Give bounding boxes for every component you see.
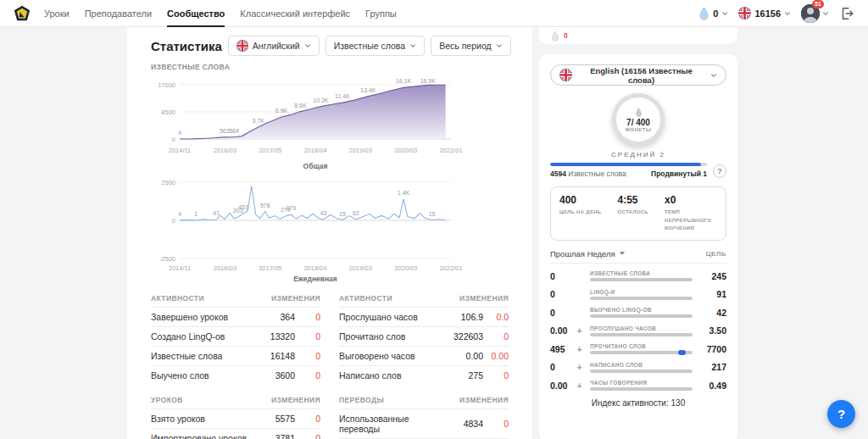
period-select-label: Прошлая Неделя	[550, 249, 615, 258]
nav-groups[interactable]: Группы	[365, 0, 397, 27]
svg-text:2022/01: 2022/01	[439, 264, 462, 272]
svg-text:1: 1	[194, 211, 198, 217]
table-head: АКТИВНОСТИИЗМЕНЕНИЯ	[151, 292, 320, 307]
language-filter-label: Английский	[253, 41, 300, 51]
level-progress-bar	[550, 163, 707, 166]
goal-row: 495+ПРОЧИТАНО СЛОВ7700	[550, 343, 726, 354]
svg-text:2017/05: 2017/05	[259, 147, 281, 154]
app-logo-icon[interactable]	[14, 5, 31, 22]
chart-total-caption: Общая	[151, 162, 480, 170]
table-row: Взято уроков55750	[151, 408, 320, 428]
stats-tables-bottom: УРОКОВИЗМЕНЕНИЯВзято уроков55750Импортир…	[151, 393, 509, 439]
svg-text:16.1K: 16.1K	[396, 78, 412, 84]
svg-text:11.4K: 11.4K	[335, 93, 350, 99]
goal-progress-bar	[590, 314, 693, 318]
row-value: 322603	[444, 331, 483, 342]
row-change: 0	[295, 351, 320, 361]
goal-target-value: 245	[699, 271, 726, 281]
svg-text:17000: 17000	[158, 81, 175, 89]
goal-label: ИЗВЕСТНЫЕ СЛОВА	[590, 270, 693, 276]
goal-label: LINGQ-И	[590, 289, 693, 295]
coins-progress-value: 7/ 400	[626, 118, 650, 127]
logout-button[interactable]	[839, 6, 854, 21]
goal-row: 0.00+ЧАСЫ ГОВОРЕНИЯ0.49	[550, 380, 726, 391]
level-help-button[interactable]: ?	[713, 164, 726, 178]
caret-down-icon	[620, 252, 625, 255]
svg-text:6.9K: 6.9K	[275, 108, 288, 114]
row-change: 0	[483, 419, 509, 429]
help-fab[interactable]: ?	[827, 400, 855, 428]
goals-header-row: Прошлая Неделя ЦЕЛЬ	[550, 249, 726, 264]
language-select[interactable]: English (16156 Известные слова)	[550, 64, 726, 86]
svg-text:43: 43	[320, 210, 327, 216]
chevron-down-icon	[409, 42, 416, 49]
level-name: СРЕДНИЙ 2	[550, 151, 726, 158]
row-value: 5575	[256, 414, 295, 424]
table-changes-label: ИЗМЕНЕНИЯ	[459, 396, 509, 404]
period-filter[interactable]: Весь период	[431, 36, 510, 56]
language-menu[interactable]: 16156	[738, 7, 791, 19]
known-words-summary: 4594 Известные слова	[550, 169, 626, 178]
row-value: 13320	[256, 331, 295, 342]
goal-progress-bar	[590, 278, 693, 281]
coins-menu[interactable]: 0	[698, 7, 728, 20]
goal-current-value: 0	[550, 362, 573, 372]
goal-plus: +	[576, 381, 583, 391]
row-value: 0.00	[444, 351, 483, 361]
coin-droplet-icon	[635, 108, 643, 117]
goal-row: 0+НАПИСАНО СЛОВ217	[550, 362, 726, 373]
svg-text:2017/05: 2017/05	[259, 264, 281, 272]
row-label: Импортировано уроков	[151, 433, 256, 439]
goal-label: ВЫУЧЕНО LINGQ-ОВ	[590, 307, 693, 313]
period-select[interactable]: Прошлая Неделя	[550, 249, 625, 258]
daily-stat-label: ЦЕЛЬ НА ДЕНЬ	[559, 208, 601, 217]
period-filter-label: Весь период	[439, 41, 491, 51]
coins-progress-inner: 7/ 400 МОНЕТЫ	[616, 97, 660, 142]
stat-table: АКТИВНОСТИИЗМЕНЕНИЯПрослушано часов106.9…	[339, 292, 509, 385]
stat-table: УРОКОВИЗМЕНЕНИЯВзято уроков55750Импортир…	[151, 393, 320, 439]
svg-text:15: 15	[339, 211, 346, 217]
goal-middle: ПРОСЛУШАНО ЧАСОВ	[586, 325, 697, 336]
svg-text:13.4K: 13.4K	[360, 87, 376, 93]
goal-middle: ИЗВЕСТНЫЕ СЛОВА	[586, 270, 697, 281]
goal-label: НАПИСАНО СЛОВ	[590, 362, 693, 368]
nav-classic-interface[interactable]: Классический интерфейс	[240, 0, 350, 27]
coins-progress-label: МОНЕТЫ	[626, 127, 652, 132]
svg-text:0: 0	[172, 136, 175, 143]
table-title: УРОКОВ	[151, 396, 183, 404]
daily-stat-value: 4:55	[617, 194, 637, 206]
svg-text:3.7K: 3.7K	[253, 118, 265, 124]
svg-text:4: 4	[178, 130, 181, 136]
goal-current-value: 0	[550, 289, 573, 299]
nav-lessons[interactable]: Уроки	[44, 0, 70, 27]
row-label: Выучено слов	[151, 370, 256, 381]
user-avatar[interactable]: 51	[801, 4, 829, 23]
chart-daily-caption: Ежедневная	[151, 275, 480, 283]
goal-progress-bar	[590, 370, 693, 373]
activity-index: Индекс активности: 130	[550, 398, 726, 408]
goal-current-value: 0	[550, 308, 573, 318]
chart-section-label: ИЗВЕСТНЫЕ СЛОВА	[151, 63, 509, 71]
daily-stat-label: ТЕМП НЕПРЕРЫВНОГО ИЗУЧЕНИЯ	[665, 208, 717, 233]
svg-text:2022/01: 2022/01	[439, 147, 462, 154]
stat-table: АКТИВНОСТИИЗМЕНЕНИЯЗавершено уроков3640С…	[151, 292, 320, 385]
level-progress-fill	[550, 163, 701, 166]
svg-text:-2500: -2500	[159, 255, 175, 263]
nav-tutors[interactable]: Преподаватели	[85, 0, 152, 27]
language-filter[interactable]: Английский	[228, 36, 320, 56]
row-label: Прочитано слов	[339, 331, 444, 342]
row-change: 0.00	[483, 351, 509, 361]
row-value: 275	[444, 370, 483, 381]
goal-progress-bar	[590, 297, 693, 300]
row-change: 0	[295, 370, 320, 381]
metric-filter[interactable]: Известные слова	[326, 36, 425, 56]
table-row: Создано LingQ-ов133200	[151, 326, 320, 346]
row-value: 3781	[256, 433, 295, 439]
goal-target-value: 217	[699, 362, 726, 372]
statistics-panel: Статистика Английский Известные слова Ве…	[127, 27, 532, 439]
svg-text:2016/03: 2016/03	[214, 264, 236, 272]
streak-count: 0	[564, 31, 568, 40]
daily-stat-value: 400	[559, 194, 576, 206]
nav-community[interactable]: Сообщество	[167, 0, 225, 27]
row-value: 16148	[256, 351, 295, 361]
